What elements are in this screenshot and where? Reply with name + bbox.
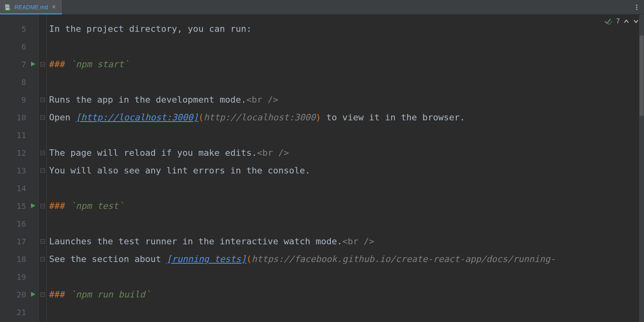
code-line[interactable]	[49, 180, 644, 197]
code-line[interactable]	[49, 215, 644, 233]
code-line[interactable]	[49, 303, 644, 321]
fold-marker	[39, 215, 46, 233]
code-line[interactable]: The page will reload if you make edits.<…	[49, 144, 644, 162]
tab-bar: MD README.md ×	[0, 0, 644, 14]
fold-marker[interactable]	[39, 233, 46, 250]
fold-marker[interactable]	[39, 197, 46, 215]
code-line[interactable]	[49, 73, 644, 91]
line-number[interactable]: 5	[0, 20, 38, 38]
fold-marker[interactable]	[39, 162, 46, 180]
tab-label: README.md	[14, 4, 48, 10]
line-number[interactable]: 10	[0, 109, 38, 126]
code-content[interactable]: In the project directory, you can run:##…	[47, 14, 644, 322]
tab-overflow-menu-icon[interactable]	[630, 0, 644, 14]
fold-marker	[39, 126, 46, 144]
editor-area[interactable]: 56789101112131415161718192021 In the pro…	[0, 14, 644, 322]
svg-marker-7	[31, 62, 35, 66]
code-line[interactable]: ### `npm start`	[49, 56, 644, 73]
line-number[interactable]: 21	[0, 303, 38, 321]
tab-readme[interactable]: MD README.md ×	[0, 0, 62, 14]
line-number[interactable]: 19	[0, 268, 38, 286]
tab-close-icon[interactable]: ×	[51, 4, 56, 10]
inspection-checkmark-icon[interactable]	[604, 18, 613, 25]
code-line[interactable]: You will also see any lint errors in the…	[49, 162, 644, 180]
code-line[interactable]: Launches the test runner in the interact…	[49, 233, 644, 250]
line-number[interactable]: 17	[0, 233, 38, 250]
fold-marker	[39, 303, 46, 321]
line-number-gutter[interactable]: 56789101112131415161718192021	[0, 14, 39, 322]
code-line[interactable]: Open [http://localhost:3000](http://loca…	[49, 109, 644, 126]
svg-marker-9	[31, 292, 35, 297]
run-gutter-icon[interactable]	[30, 202, 36, 210]
line-number[interactable]: 16	[0, 215, 38, 233]
svg-point-4	[636, 4, 637, 6]
code-line[interactable]: In the project directory, you can run:	[49, 20, 644, 38]
fold-marker	[39, 73, 46, 91]
fold-column[interactable]	[39, 14, 47, 322]
fold-marker[interactable]	[39, 56, 46, 73]
code-line[interactable]	[49, 38, 644, 56]
line-number[interactable]: 6	[0, 38, 38, 56]
fold-marker[interactable]	[39, 144, 46, 162]
code-line[interactable]	[49, 126, 644, 144]
run-gutter-icon[interactable]	[30, 291, 36, 299]
run-gutter-icon[interactable]	[30, 61, 36, 68]
scrollbar-thumb[interactable]	[640, 35, 644, 116]
inspection-widget: 7	[603, 17, 641, 26]
inspection-count: 7	[616, 18, 620, 25]
line-number[interactable]: 7	[0, 56, 38, 73]
fold-marker	[39, 20, 46, 38]
markdown-file-icon: MD	[4, 4, 11, 11]
line-number[interactable]: 11	[0, 126, 38, 144]
line-number[interactable]: 12	[0, 144, 38, 162]
svg-text:MD: MD	[6, 7, 10, 10]
svg-marker-8	[31, 203, 35, 208]
fold-marker	[39, 180, 46, 197]
code-line[interactable]: ### `npm run build`	[49, 286, 644, 303]
inspection-prev-icon[interactable]	[623, 18, 630, 25]
line-number[interactable]: 13	[0, 162, 38, 180]
fold-marker	[39, 268, 46, 286]
inspection-next-icon[interactable]	[633, 18, 639, 25]
code-line[interactable]: Runs the app in the development mode.<br…	[49, 91, 644, 109]
fold-marker	[39, 38, 46, 56]
line-number[interactable]: 20	[0, 286, 38, 303]
svg-point-5	[636, 6, 637, 8]
scrollbar-track[interactable]	[639, 14, 644, 322]
line-number[interactable]: 14	[0, 180, 38, 197]
fold-marker[interactable]	[39, 91, 46, 109]
line-number[interactable]: 9	[0, 91, 38, 109]
fold-marker[interactable]	[39, 250, 46, 268]
code-line[interactable]: ### `npm test`	[49, 197, 644, 215]
fold-marker[interactable]	[39, 109, 46, 126]
svg-point-6	[636, 8, 637, 10]
line-number[interactable]: 15	[0, 197, 38, 215]
code-line[interactable]	[49, 268, 644, 286]
code-line[interactable]: See the section about [running tests](ht…	[49, 250, 644, 268]
line-number[interactable]: 8	[0, 73, 38, 91]
line-number[interactable]: 18	[0, 250, 38, 268]
fold-marker[interactable]	[39, 286, 46, 303]
